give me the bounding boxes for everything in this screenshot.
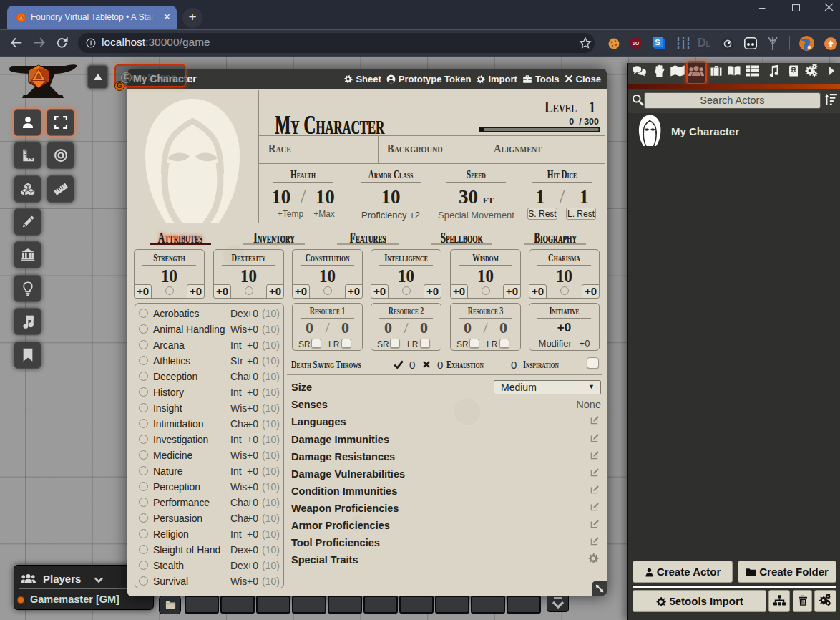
svg-text:S: S (655, 38, 660, 47)
svg-text:uO: uO (633, 41, 639, 46)
